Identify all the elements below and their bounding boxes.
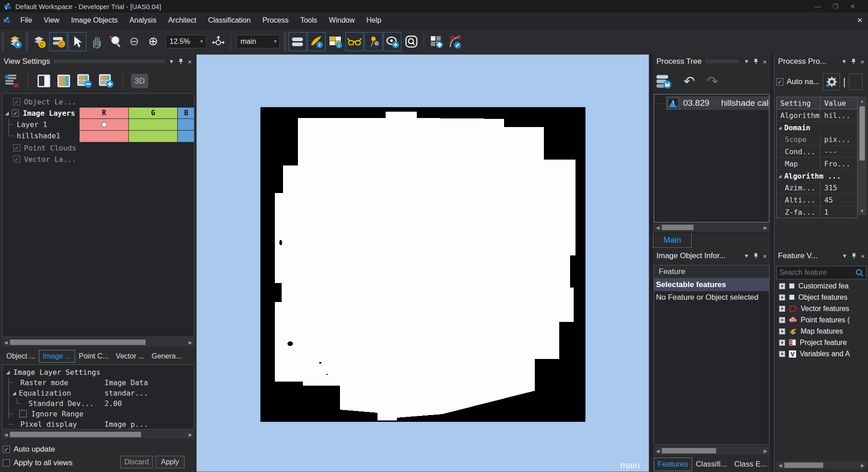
feature-item-variables[interactable]: + V Variables and A bbox=[776, 348, 867, 359]
feature-item-point[interactable]: + Point features ( bbox=[776, 314, 867, 326]
image-layers-checkbox[interactable]: ✓ bbox=[12, 109, 19, 117]
search-icon[interactable] bbox=[855, 269, 866, 277]
object-node-icon[interactable] bbox=[364, 32, 382, 51]
prop-row-altitude[interactable]: Alti... 45 bbox=[777, 194, 857, 206]
layers-scrollbar[interactable]: ◀ ▶ bbox=[2, 338, 194, 346]
process-tree-scrollbar[interactable]: ◀ ▶ bbox=[654, 223, 769, 231]
red-cell-layer1[interactable] bbox=[80, 119, 128, 130]
ils-row-ignore-range[interactable]: Ignore Range bbox=[2, 409, 194, 419]
prop-group-domain[interactable]: ◢ Domain bbox=[777, 122, 857, 133]
scroll-left-icon[interactable]: ◀ bbox=[2, 340, 10, 345]
tab-features[interactable]: Features bbox=[654, 458, 692, 471]
tree-row-object-levels[interactable]: ✓ Object Le... bbox=[2, 96, 194, 107]
pan-hand-icon[interactable] bbox=[87, 32, 105, 51]
table-header-setting[interactable]: Setting bbox=[777, 99, 820, 108]
redo-icon[interactable]: ↷ bbox=[707, 75, 718, 88]
object-levels-checkbox[interactable]: ✓ bbox=[13, 98, 20, 105]
column-header-red[interactable]: R bbox=[80, 108, 128, 118]
expand-plus-icon[interactable]: + bbox=[779, 351, 785, 357]
map-combobox[interactable]: main ▼ bbox=[236, 35, 280, 48]
scroll-right-icon[interactable]: ▶ bbox=[186, 340, 194, 345]
scroll-right-icon[interactable]: ▶ bbox=[186, 432, 194, 437]
workspace-icon[interactable]: C bbox=[30, 32, 48, 51]
menu-image-objects[interactable]: Image Objects bbox=[65, 14, 123, 27]
expand-plus-icon[interactable]: + bbox=[779, 294, 785, 301]
image-object-info-header[interactable]: Image Object Infor... ▼ × bbox=[653, 249, 770, 263]
feature-item-vector[interactable]: + Vector features bbox=[776, 303, 867, 314]
menu-tools[interactable]: Tools bbox=[294, 14, 323, 27]
green-cell-hillshade1[interactable] bbox=[129, 131, 177, 142]
ils-row-standard-dev[interactable]: Standard Dev... 2.00 bbox=[2, 398, 194, 408]
apply-all-views-checkbox[interactable] bbox=[3, 459, 10, 467]
window-info-icon[interactable]: i bbox=[326, 32, 344, 51]
expander-icon[interactable]: ◢ bbox=[5, 111, 9, 116]
menu-analysis[interactable]: Analysis bbox=[123, 14, 162, 27]
scroll-left-icon[interactable]: ◀ bbox=[776, 463, 784, 468]
prop-row-map[interactable]: Map Fro... bbox=[777, 158, 857, 170]
expand-plus-icon[interactable]: + bbox=[779, 283, 785, 289]
tree-row-point-clouds[interactable]: ✓ Point Clouds bbox=[2, 142, 194, 153]
column-header-green[interactable]: G bbox=[129, 108, 177, 118]
scroll-up-icon[interactable]: ▲ bbox=[860, 97, 864, 104]
save-process-list-icon[interactable] bbox=[656, 73, 672, 90]
tab-point-cloud[interactable]: Point C... bbox=[75, 350, 112, 362]
ils-row-equalization[interactable]: ◢ Equalization standar... bbox=[2, 388, 194, 398]
ioi-scrollbar[interactable]: ◀ ▶ bbox=[654, 447, 769, 455]
rgb-layer-mixing-icon[interactable] bbox=[57, 74, 71, 88]
close-icon[interactable]: × bbox=[763, 253, 767, 260]
map-viewer[interactable]: main bbox=[196, 54, 649, 472]
tab-vector[interactable]: Vector ... bbox=[112, 350, 148, 362]
menu-classification[interactable]: Classification bbox=[202, 14, 256, 27]
point-clouds-checkbox[interactable]: ✓ bbox=[13, 144, 20, 151]
clipped-button[interactable] bbox=[849, 74, 863, 90]
toolbar-grip[interactable] bbox=[26, 33, 28, 51]
process-tree-item[interactable]: 03.829 hillshade calcu bbox=[654, 96, 769, 110]
scroll-thumb[interactable] bbox=[859, 106, 865, 160]
menu-help[interactable]: Help bbox=[360, 14, 387, 27]
selectable-features-row[interactable]: Selectable features bbox=[654, 278, 769, 291]
pin-icon[interactable] bbox=[178, 58, 184, 65]
panel-grip[interactable] bbox=[706, 60, 740, 63]
zoom-level-combobox[interactable]: 12.5% ▼ bbox=[165, 35, 206, 48]
chevron-down-icon[interactable]: ▼ bbox=[744, 59, 749, 64]
add-layer-icon[interactable] bbox=[98, 73, 114, 89]
expander-icon[interactable]: ◢ bbox=[778, 125, 782, 130]
single-layer-gray-icon[interactable] bbox=[37, 74, 51, 88]
tab-image[interactable]: Image ... bbox=[39, 350, 75, 363]
apply-button[interactable]: Apply bbox=[156, 456, 184, 468]
chevron-down-icon[interactable]: ▼ bbox=[197, 39, 204, 44]
green-cell-layer1[interactable] bbox=[129, 119, 177, 130]
ignore-range-checkbox[interactable] bbox=[19, 410, 27, 417]
prop-row-condition[interactable]: Cond... --- bbox=[777, 146, 857, 158]
panel-grip[interactable] bbox=[54, 60, 165, 63]
scroll-thumb[interactable] bbox=[662, 448, 716, 453]
search-input[interactable] bbox=[777, 269, 855, 277]
expand-plus-icon[interactable]: + bbox=[779, 317, 785, 323]
scroll-right-icon[interactable]: ▶ bbox=[859, 463, 867, 468]
scroll-thumb[interactable] bbox=[10, 432, 141, 437]
prop-row-scope[interactable]: Scope pix... bbox=[777, 133, 857, 146]
expand-plus-icon[interactable]: + bbox=[779, 340, 785, 346]
column-header-blue[interactable]: B bbox=[178, 108, 194, 118]
pin-icon[interactable] bbox=[753, 253, 759, 259]
tree-row-vector-layers[interactable]: ✓ Vector La... bbox=[2, 154, 194, 165]
zoom-in-icon[interactable]: ⊕ bbox=[144, 32, 162, 51]
toolbar-grip[interactable] bbox=[284, 33, 287, 51]
chevron-down-icon[interactable]: ▼ bbox=[841, 59, 847, 64]
create-project-icon[interactable] bbox=[6, 32, 24, 51]
zoom-out-icon[interactable]: ⊖ bbox=[125, 32, 143, 51]
pin-icon[interactable] bbox=[753, 58, 759, 65]
toolbar-grip[interactable] bbox=[1, 33, 4, 51]
menu-file[interactable]: File bbox=[14, 14, 38, 27]
menu-process[interactable]: Process bbox=[256, 14, 294, 27]
view-layout-icon[interactable] bbox=[288, 32, 307, 51]
expander-icon[interactable]: ◢ bbox=[12, 391, 16, 396]
table-header-value[interactable]: Value bbox=[820, 97, 857, 109]
expander-icon[interactable]: ◢ bbox=[778, 174, 782, 179]
remove-layer-icon[interactable] bbox=[76, 73, 93, 89]
scroll-left-icon[interactable]: ◀ bbox=[654, 448, 662, 453]
expand-plus-icon[interactable]: + bbox=[779, 328, 785, 335]
prop-row-azimuth[interactable]: Azim... 315 bbox=[777, 182, 857, 194]
pin-icon[interactable] bbox=[851, 58, 856, 65]
workspace-grid-settings-icon[interactable] bbox=[427, 32, 445, 51]
